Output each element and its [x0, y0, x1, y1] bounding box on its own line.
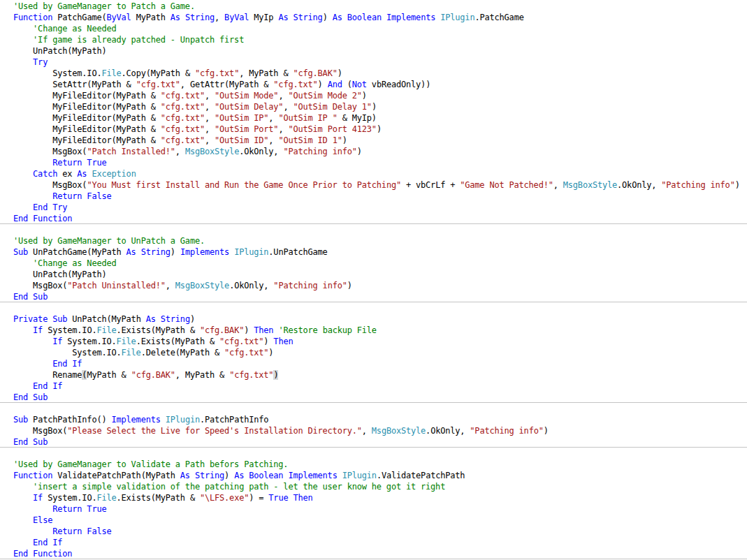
keyword-token: As String — [278, 13, 322, 22]
code-token: MyFileEditor(MyPath & — [13, 124, 161, 134]
string-token: "OutSim ID" — [215, 135, 268, 145]
code-line: Else — [0, 515, 747, 526]
code-token: ) — [323, 13, 333, 22]
code-token: , — [215, 13, 224, 22]
code-token: .Copy(MyPath & — [122, 68, 195, 78]
keyword-token: Sub — [13, 247, 28, 257]
code-token: ) — [224, 471, 234, 480]
code-token: Rename — [13, 370, 82, 380]
string-token: "cfg.BAK" — [200, 325, 244, 335]
code-token: , — [268, 135, 278, 145]
code-line: End If — [0, 381, 747, 392]
string-token: "cfg.BAK" — [293, 68, 337, 78]
code-line: Return False — [0, 526, 747, 537]
code-line: 'If game is already patched - Unpatch fi… — [0, 34, 747, 45]
string-token: "cfg.txt" — [161, 124, 205, 134]
keyword-token: Not — [352, 80, 367, 89]
code-token: MyPath — [131, 13, 171, 22]
code-token: , — [362, 426, 372, 436]
code-token: ) — [362, 91, 367, 101]
keyword-token: End Sub — [13, 292, 48, 302]
string-token: "cfg.txt" — [136, 80, 180, 89]
code-token: , — [278, 124, 288, 134]
comment-token: 'insert a simple validation of the patch… — [13, 482, 445, 492]
code-token: ) — [347, 281, 352, 290]
code-line: UnPatch(MyPath) — [0, 269, 747, 280]
type-token: MsgBoxStyle — [185, 147, 239, 156]
code-token: .Exists(MyPath & — [117, 493, 200, 503]
code-line: Function ValidatePatchPath(MyPath As Str… — [0, 470, 747, 481]
code-token: ) — [544, 426, 549, 436]
code-token: , — [205, 113, 215, 123]
keyword-token: As String — [126, 247, 171, 257]
code-token: ) — [268, 348, 273, 358]
code-line — [0, 448, 747, 459]
keyword-token: Private Sub — [13, 314, 67, 324]
code-token: , GetAttr(MyPath & — [180, 80, 273, 89]
keyword-token: True Then — [268, 493, 312, 503]
string-token: "OutSim IP " — [278, 113, 337, 123]
code-line: If System.IO.File.Exists(MyPath & "cfg.t… — [0, 336, 747, 347]
string-token: "OutSim ID 1" — [278, 135, 342, 145]
code-line: MsgBox("Patch Installed!", MsgBoxStyle.O… — [0, 146, 747, 157]
code-token: System.IO. — [43, 325, 96, 335]
code-line: System.IO.File.Delete(MyPath & "cfg.txt"… — [0, 347, 747, 358]
code-line: If System.IO.File.Exists(MyPath & "\LFS.… — [0, 492, 747, 503]
code-token: ( — [342, 80, 352, 89]
string-token: "cfg.txt" — [224, 348, 268, 358]
keyword-token: Return True — [13, 158, 106, 168]
code-token: ) — [372, 102, 377, 112]
type-token: MsgBoxStyle — [175, 281, 229, 290]
code-line: System.IO.File.Copy(MyPath & "cfg.txt", … — [0, 68, 747, 79]
code-token: .PatchGame — [474, 13, 523, 22]
code-line: Sub PatchPathInfo() Implements IPlugin.P… — [0, 414, 747, 425]
comment-token: 'Restore backup File — [278, 325, 377, 335]
code-token: UnPatch(MyPath) — [13, 46, 106, 56]
code-line — [0, 224, 747, 235]
code-token: MyFileEditor(MyPath & — [13, 113, 161, 123]
keyword-token: As Boolean Implements — [333, 13, 436, 22]
code-token: , — [268, 113, 278, 123]
keyword-token: ByVal — [224, 13, 249, 22]
code-token — [161, 415, 166, 425]
code-token: MsgBox( — [13, 180, 87, 190]
code-token: UnPatch(MyPath) — [13, 270, 106, 279]
string-token: "Patching info" — [470, 426, 543, 436]
comment-token: 'If game is already patched - Unpatch fi… — [13, 35, 244, 45]
comment-token: 'Used by GameManager to Validate a Path … — [13, 459, 288, 469]
code-line: 'Used by GameManager to Validate a Path … — [0, 459, 747, 470]
code-token: .OkOnly, — [426, 426, 470, 436]
code-line: End Function — [0, 548, 747, 559]
keyword-token: Then — [254, 325, 273, 335]
code-token: UnPatch(MyPath — [67, 314, 145, 324]
code-token: MyIp — [249, 13, 278, 22]
code-token: , MyPath & — [175, 370, 229, 380]
code-token: System.IO. — [13, 68, 101, 78]
string-token: "OutSim Mode 2" — [288, 91, 361, 101]
type-token: File — [122, 348, 141, 358]
code-token — [338, 471, 342, 480]
string-token: "\LFS.exe" — [200, 493, 249, 503]
string-token: "cfg.txt" — [161, 102, 205, 112]
code-editor[interactable]: 'Used by GameManager to Patch a Game.Fun… — [0, 0, 747, 560]
code-line: If System.IO.File.Exists(MyPath & "cfg.B… — [0, 325, 747, 336]
code-token: ) — [263, 337, 273, 346]
code-line: MsgBox("Patch Uninstalled!", MsgBoxStyle… — [0, 280, 747, 291]
string-token: "cfg.txt" — [195, 68, 239, 78]
string-token: "OutSim IP" — [215, 113, 268, 123]
code-token: ex — [57, 169, 77, 179]
string-token: "OutSim Mode" — [215, 91, 278, 101]
string-token: "OutSim Port 4123" — [288, 124, 376, 134]
keyword-token: And — [328, 80, 342, 89]
type-token: IPlugin — [234, 247, 268, 257]
keyword-token: Return True — [13, 504, 106, 514]
keyword-token: If — [13, 337, 62, 346]
code-token: .OkOnly, — [229, 281, 273, 290]
code-token: MsgBox( — [13, 281, 67, 290]
code-token: SetAttr(MyPath & — [13, 80, 136, 89]
code-token: MyPath & — [87, 370, 131, 380]
code-line: End Try — [0, 202, 747, 213]
code-token: ) — [244, 325, 254, 335]
string-token: "cfg.txt" — [161, 91, 205, 101]
code-token: ) — [735, 180, 740, 190]
